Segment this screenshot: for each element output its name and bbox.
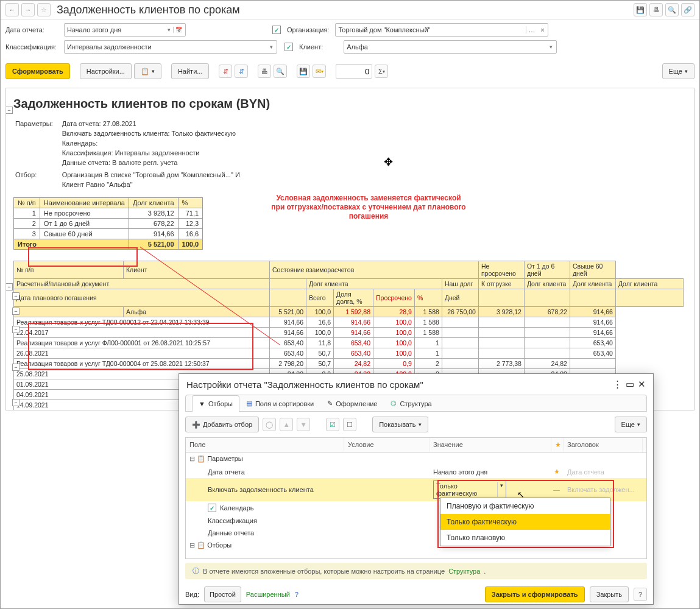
row-collapse-1[interactable]: − xyxy=(5,283,13,290)
row-collapse-2[interactable]: − xyxy=(12,292,19,300)
tab-fields[interactable]: ▤Поля и сортировки xyxy=(239,395,320,411)
dropdown-icon[interactable]: ▾ xyxy=(546,44,555,50)
client-checkbox[interactable] xyxy=(285,43,293,51)
structure-link[interactable]: Структура xyxy=(448,568,480,575)
annotation-text: Условная задолженность заменяется фактич… xyxy=(250,194,487,221)
favorite-star-button[interactable]: ☆ xyxy=(37,3,51,16)
col-condition: Условие xyxy=(344,438,430,452)
close-button[interactable]: Закрыть xyxy=(590,586,629,602)
col-value: Значение xyxy=(430,438,551,452)
dialog-help-button[interactable]: ? xyxy=(634,588,647,601)
report-title: Задолженность клиентов по срокам (BYN) xyxy=(13,97,687,111)
move-up-button[interactable]: ▲ xyxy=(280,418,293,431)
dialog-info-note: ⓘ В отчете имеются вложенные отборы, кот… xyxy=(185,563,647,579)
sum-button[interactable]: Σ ▾ xyxy=(375,65,388,78)
close-and-generate-button[interactable]: Закрыть и сформировать xyxy=(485,586,585,602)
move-down-button[interactable]: ▼ xyxy=(297,418,310,431)
find-button[interactable]: Найти... xyxy=(171,63,210,79)
dialog-more-button[interactable]: Еще ▾ xyxy=(615,417,647,432)
columns-icon: ▤ xyxy=(246,400,252,407)
save-icon[interactable]: 💾 xyxy=(634,3,647,16)
dialog-row[interactable]: Дата отчетаНачало этого дня★Дата отчета xyxy=(186,465,646,478)
uncheck-all-button[interactable]: ☐ xyxy=(343,418,356,431)
date-label: Дата отчета: xyxy=(5,26,60,33)
help-icon[interactable]: ? xyxy=(295,591,299,598)
tab-appearance[interactable]: ✎Оформление xyxy=(320,395,384,411)
print-icon[interactable]: 🖶 xyxy=(649,3,663,16)
settings-variants-button[interactable]: 📋 ▾ xyxy=(134,63,161,79)
date-input[interactable]: Начало этого дня ▾ 📅 xyxy=(64,23,186,37)
col-star: ★ xyxy=(551,438,564,452)
collapse-toggle[interactable]: − xyxy=(5,107,13,114)
print-button[interactable]: 🖶 xyxy=(258,65,271,78)
show-button[interactable]: Показывать ▾ xyxy=(372,417,428,432)
cursor-move-icon: ✥ xyxy=(384,155,393,169)
page-title: Задолженность клиентов по срокам xyxy=(57,4,240,16)
row-collapse-5[interactable]: − xyxy=(12,364,19,371)
save-button[interactable]: 💾 xyxy=(297,65,310,78)
link-icon[interactable]: 🔗 xyxy=(681,3,695,16)
client-label: Клиент: xyxy=(299,43,323,51)
group-button[interactable]: ◯ xyxy=(263,418,276,431)
org-checkbox[interactable] xyxy=(272,26,281,34)
number-input[interactable] xyxy=(336,64,372,79)
client-input[interactable]: Альфа ▾ xyxy=(344,40,557,54)
row-collapse-4[interactable]: − xyxy=(12,326,19,333)
nav-forward-button[interactable]: → xyxy=(21,3,35,16)
dropdown-icon[interactable]: ▾ xyxy=(267,44,275,50)
summary-table: № п/пНаименование интервалаДолг клиента%… xyxy=(13,197,203,250)
collapse-all-icon[interactable]: ⇵ xyxy=(235,65,248,78)
dd-option-planned[interactable]: Только плановую xyxy=(440,530,610,546)
choose-icon[interactable]: … xyxy=(526,26,537,33)
nav-back-button[interactable]: ← xyxy=(5,3,19,16)
dd-option-both[interactable]: Плановую и фактическую xyxy=(440,498,610,514)
dialog-row[interactable]: ⊟ 📋 Параметры xyxy=(186,452,646,465)
tab-filters[interactable]: ▼Отборы xyxy=(192,395,239,412)
view-extended-link[interactable]: Расширенный xyxy=(246,591,290,598)
info-icon: ⓘ xyxy=(193,566,199,576)
row-collapse-6[interactable]: − xyxy=(12,399,19,406)
more-button[interactable]: Еще ▾ xyxy=(662,63,695,79)
generate-button[interactable]: Сформировать xyxy=(5,63,70,79)
check-all-button[interactable]: ☑ xyxy=(326,418,339,431)
settings-button[interactable]: Настройки... xyxy=(80,63,132,79)
debt-type-dropdown[interactable]: Плановую и фактическую Только фактическу… xyxy=(440,498,610,546)
org-input[interactable]: Торговый дом "Комплексный" … × xyxy=(335,23,548,37)
dialog-title: Настройки отчета "Задолженность клиентов… xyxy=(186,379,423,390)
dropdown-icon[interactable]: ▾ xyxy=(164,27,173,33)
dialog-menu-icon[interactable]: ⋮ xyxy=(613,379,622,390)
view-label: Вид: xyxy=(185,591,199,598)
brush-icon: ✎ xyxy=(327,400,333,407)
report-area: − Задолженность клиентов по срокам (BYN)… xyxy=(5,88,695,410)
add-filter-button[interactable]: ➕Добавить отбор xyxy=(185,417,259,432)
dd-option-factual[interactable]: Только фактическую xyxy=(440,514,610,530)
report-params: Параметры: Дата отчета: 27.08.2021 Включ… xyxy=(13,117,249,191)
view-simple-button[interactable]: Простой xyxy=(204,586,241,602)
col-field: Поле xyxy=(186,438,344,452)
class-label: Классификация: xyxy=(5,43,60,51)
expand-all-icon[interactable]: ⇵ xyxy=(219,65,232,78)
preview-button[interactable]: 🔍 xyxy=(274,65,287,78)
calendar-icon[interactable]: 📅 xyxy=(173,27,184,33)
plus-icon: ➕ xyxy=(192,421,200,429)
magnifier-icon[interactable]: 🔍 xyxy=(665,3,679,16)
dialog-maximize-icon[interactable]: ▭ xyxy=(626,379,634,390)
tab-structure[interactable]: ⌬Структура xyxy=(384,395,438,411)
class-input[interactable]: Интервалы задолженности ▾ xyxy=(64,40,277,54)
settings-dialog: Настройки отчета "Задолженность клиентов… xyxy=(179,373,654,605)
clear-icon[interactable]: × xyxy=(538,26,546,33)
tree-icon: ⌬ xyxy=(391,400,397,407)
dialog-close-icon[interactable]: ✕ xyxy=(638,379,646,390)
col-title: Заголовок xyxy=(564,438,643,452)
funnel-icon: ▼ xyxy=(199,400,205,407)
email-button[interactable]: ✉ ▾ xyxy=(313,65,326,78)
org-label: Организация: xyxy=(287,26,329,33)
row-collapse-3[interactable]: − xyxy=(12,308,19,315)
